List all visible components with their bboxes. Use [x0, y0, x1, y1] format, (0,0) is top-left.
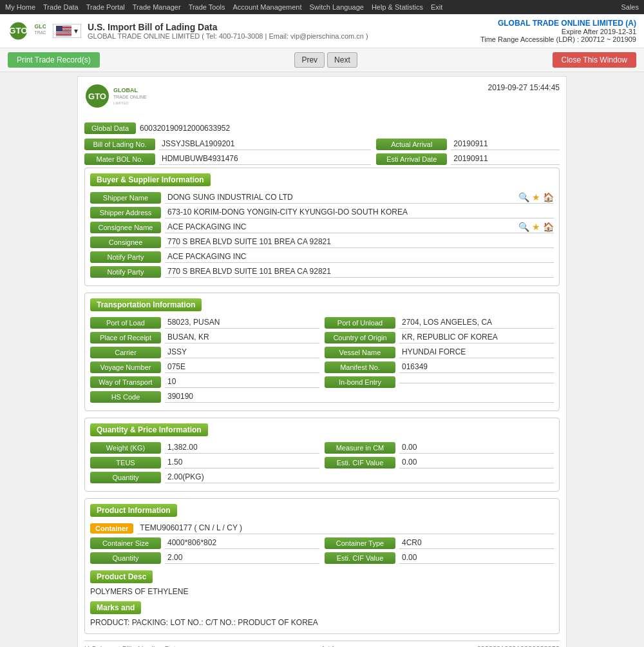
header-left: GTO GLOBAL TRADE ONLINE ▾ U.S. Import Bi…: [8, 18, 368, 44]
contact-info: GLOBAL TRADE ONLINE LIMITED ( Tel: 400-7…: [88, 32, 368, 40]
global-data-label: Global Data: [84, 122, 136, 134]
consignee-name-label: Consignee Name: [90, 222, 161, 233]
notify-party-2-row: Notify Party 770 S BREA BLVD SUITE 101 B…: [90, 266, 554, 278]
us-flag-icon: [56, 26, 71, 36]
carrier-value: JSSY: [165, 346, 319, 358]
company-name: GLOBAL TRADE ONLINE LIMITED (A): [480, 19, 636, 28]
way-of-transport-value: 10: [165, 376, 319, 388]
svg-text:GTO: GTO: [9, 26, 28, 35]
container-size-value: 4000*806*802: [165, 537, 319, 549]
nav-buttons-top: Prev Next: [294, 52, 357, 68]
measure-label: Measure in CM: [325, 442, 395, 454]
master-bol-value: HDMUBUWB4931476: [159, 153, 371, 165]
esti-cif-label: Esti. CIF Value: [325, 457, 395, 468]
consignee-value: 770 S BREA BLVD SUITE 101 BREA CA 92821: [165, 236, 554, 248]
voyage-number-label: Voyage Number: [90, 362, 161, 373]
shipper-name-value-block: DONG SUNG INDUSTRIAL CO LTD 🔍 ★ 🏠: [165, 191, 554, 204]
main-content: GTO GLOBAL TRADE ONLINE LIMITED 2019-09-…: [77, 76, 567, 647]
transport-inbond-row: Way of Transport 10 In-bond Entry: [90, 376, 554, 388]
consignee-home-icon[interactable]: 🏠: [543, 222, 554, 232]
prev-button-top[interactable]: Prev: [294, 52, 325, 68]
teus-label: TEUS: [90, 457, 161, 468]
svg-text:GLOBAL: GLOBAL: [35, 23, 46, 30]
hs-code-row: HS Code 390190: [90, 391, 554, 403]
notify-party-1-value: ACE PACKAGING INC: [165, 251, 554, 263]
quantity-price-title: Quantity & Price Information: [90, 423, 208, 436]
teus-cif-row: TEUS 1.50 Esti. CIF Value 0.00: [90, 456, 554, 468]
esti-arrival-label: Esti Arrival Date: [376, 153, 447, 165]
port-unload-label: Port of Unload: [325, 317, 395, 329]
product-quantity-cif-row: Quantity 2.00 Esti. CIF Value 0.00: [90, 552, 554, 564]
product-desc-value: POLYMERS OF ETHYLENE: [90, 586, 554, 597]
product-quantity-value: 2.00: [165, 552, 319, 564]
nav-exit[interactable]: Exit: [431, 3, 442, 11]
product-quantity-label: Quantity: [90, 552, 161, 564]
logo: GTO GLOBAL TRADE ONLINE: [8, 18, 46, 44]
nav-account-management[interactable]: Account Management: [233, 3, 302, 11]
marks-value: PRODUCT: PACKING: LOT NO.: C/T NO.: PROD…: [90, 617, 554, 628]
esti-cif-value: 0.00: [399, 456, 554, 468]
shipper-name-label: Shipper Name: [90, 192, 161, 204]
shipper-star-icon[interactable]: ★: [532, 192, 540, 202]
nav-trade-tools[interactable]: Trade Tools: [189, 3, 225, 11]
product-esti-cif-value: 0.00: [399, 552, 554, 564]
country-origin-label: Country of Origin: [325, 332, 395, 343]
nav-my-home[interactable]: My Home: [5, 3, 35, 11]
nav-help-statistics[interactable]: Help & Statistics: [372, 3, 423, 11]
in-bond-entry-value: [399, 380, 554, 383]
notify-party-2-label: Notify Party: [90, 266, 161, 278]
shipper-address-label: Shipper Address: [90, 207, 161, 218]
flag-dropdown-icon: ▾: [74, 26, 78, 35]
carrier-vessel-row: Carrier JSSY Vessel Name HYUNDAI FORCE: [90, 346, 554, 358]
shipper-home-icon[interactable]: 🏠: [543, 192, 554, 202]
esti-arrival-value: 20190911: [451, 153, 560, 165]
consignee-name-value: ACE PACKAGING INC: [165, 221, 515, 233]
svg-text:LIMITED: LIMITED: [113, 101, 129, 105]
time-range: Time Range Accessible (LDR) : 200712 ~ 2…: [480, 35, 636, 43]
consignee-name-icons: 🔍 ★ 🏠: [518, 222, 554, 232]
shipper-address-value: 673-10 KORIM-DONG YONGIN-CITY KYUNGGI-DO…: [165, 206, 554, 218]
consignee-search-icon[interactable]: 🔍: [518, 222, 529, 232]
bol-label: Bill of Lading No.: [84, 139, 155, 150]
transportation-title: Transportation Information: [90, 298, 202, 311]
container-row: Container TEMU9060177 ( CN / L / CY ): [90, 522, 554, 534]
container-type-value: 4CR0: [399, 537, 554, 549]
product-info-title: Product Information: [90, 504, 177, 517]
nav-items: My Home Trade Data Trade Portal Trade Ma…: [5, 3, 442, 11]
container-size-label: Container Size: [90, 537, 161, 549]
consignee-name-row: Consignee Name ACE PACKAGING INC 🔍 ★ 🏠: [90, 221, 554, 233]
port-load-unload-row: Port of Load 58023, PUSAN Port of Unload…: [90, 316, 554, 329]
consignee-row: Consignee 770 S BREA BLVD SUITE 101 BREA…: [90, 236, 554, 248]
place-country-row: Place of Receipt BUSAN, KR Country of Or…: [90, 331, 554, 343]
svg-text:GTO: GTO: [88, 92, 106, 101]
nav-switch-language[interactable]: Switch Language: [310, 3, 364, 11]
place-receipt-value: BUSAN, KR: [165, 331, 319, 343]
container-type-label: Container Type: [325, 537, 395, 549]
nav-trade-manager[interactable]: Trade Manager: [133, 3, 181, 11]
weight-label: Weight (KG): [90, 442, 161, 454]
notify-party-2-value: 770 S BREA BLVD SUITE 101 BREA CA 92821: [165, 266, 554, 278]
measure-value: 0.00: [399, 441, 554, 454]
consignee-star-icon[interactable]: ★: [532, 222, 540, 232]
quantity-value: 2.00(PKG): [165, 471, 554, 483]
marks-label: Marks and: [90, 601, 141, 614]
nav-trade-data[interactable]: Trade Data: [43, 3, 79, 11]
shipper-search-icon[interactable]: 🔍: [518, 192, 529, 202]
page-title: U.S. Import Bill of Lading Data: [88, 22, 368, 32]
expire-date: Expire After 2019-12-31: [480, 28, 636, 35]
manifest-no-value: 016349: [399, 361, 554, 373]
bol-value: JSSYJSBLA1909201: [159, 138, 371, 150]
nav-trade-portal[interactable]: Trade Portal: [86, 3, 125, 11]
consignee-label: Consignee: [90, 237, 161, 248]
hs-code-label: HS Code: [90, 391, 161, 403]
nav-sales[interactable]: Sales: [621, 3, 639, 11]
print-button-top[interactable]: Print Trade Record(s): [8, 52, 100, 68]
svg-text:TRADE ONLINE: TRADE ONLINE: [113, 95, 147, 99]
record-logo: GTO GLOBAL TRADE ONLINE LIMITED: [84, 83, 162, 111]
voyage-manifest-row: Voyage Number 075E Manifest No. 016349: [90, 361, 554, 373]
next-button-top[interactable]: Next: [327, 52, 357, 68]
quantity-row: Quantity 2.00(PKG): [90, 471, 554, 483]
country-origin-value: KR, REPUBLIC OF KOREA: [399, 331, 554, 343]
close-button-top[interactable]: Close This Window: [553, 52, 636, 68]
flag-selector[interactable]: ▾: [53, 24, 81, 38]
